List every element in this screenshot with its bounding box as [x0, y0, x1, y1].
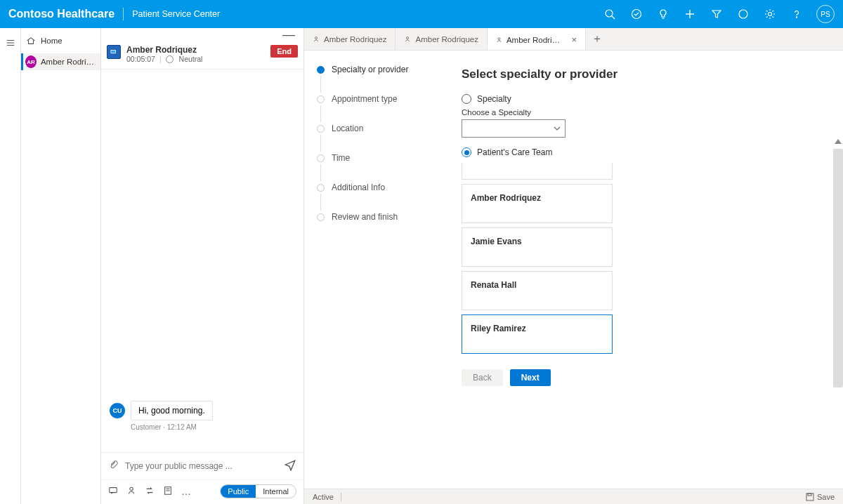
pill-public[interactable]: Public — [221, 485, 256, 498]
provider-card[interactable]: Amber Rodriquez — [462, 184, 613, 223]
session-home[interactable]: Home — [21, 32, 100, 49]
svg-point-8 — [796, 17, 797, 18]
notes-icon[interactable] — [163, 486, 173, 498]
lightbulb-icon[interactable] — [656, 7, 670, 21]
quick-reply-icon[interactable] — [108, 486, 118, 498]
brand-title: Contoso Healthcare — [8, 8, 115, 20]
step-time[interactable]: Time — [317, 153, 443, 163]
filter-icon[interactable] — [710, 7, 724, 21]
chat-input[interactable] — [125, 461, 284, 471]
tab-2[interactable]: Amber Rodriquez — [396, 28, 487, 50]
step-review[interactable]: Review and finish — [317, 212, 443, 222]
tab-close-icon[interactable]: × — [571, 34, 577, 45]
scrollbar[interactable] — [833, 149, 843, 387]
tab-1-label: Amber Rodriquez — [324, 35, 386, 44]
svg-point-20 — [407, 37, 409, 39]
visibility-toggle: Public Internal — [220, 484, 296, 498]
circle-icon[interactable] — [736, 7, 750, 21]
svg-point-7 — [769, 13, 772, 16]
svg-point-2 — [632, 10, 641, 19]
home-icon — [25, 36, 37, 46]
svg-rect-23 — [808, 493, 811, 496]
chat-minimize-icon[interactable]: — — [280, 31, 298, 38]
chat-panel: — Amber Rodriquez 00:05:07 | Neutral End… — [101, 28, 304, 504]
svg-point-19 — [315, 37, 317, 39]
tab-3-active[interactable]: Amber Rodriquez × — [488, 28, 586, 50]
chat-sentiment: Neutral — [179, 55, 203, 63]
sentiment-neutral-icon — [166, 55, 174, 63]
left-rail — [0, 28, 21, 504]
form-area: Select specialty or provider Specialty C… — [450, 51, 843, 504]
back-button[interactable]: Back — [462, 369, 503, 386]
task-check-icon[interactable] — [629, 7, 643, 21]
chat-customer-name: Amber Rodriquez — [126, 45, 270, 55]
end-chat-button[interactable]: End — [270, 45, 298, 58]
attachment-icon[interactable] — [108, 459, 121, 473]
form-title: Select specialty or provider — [462, 67, 822, 81]
provider-list: Amber Rodriquez Jamie Evans Renata Hall … — [462, 163, 613, 354]
session-active[interactable]: AR Amber Rodriquez — [21, 53, 100, 70]
session-home-label: Home — [41, 37, 63, 45]
search-icon[interactable] — [603, 7, 617, 21]
step-location[interactable]: Location — [317, 124, 443, 133]
app-topbar: Contoso Healthcare Patient Service Cente… — [0, 0, 843, 28]
svg-point-0 — [606, 10, 613, 17]
more-icon[interactable]: … — [181, 486, 191, 497]
chat-transcript[interactable]: CU Hi, good morning. Customer · 12:12 AM — [101, 69, 303, 452]
svg-point-15 — [130, 487, 133, 490]
consult-icon[interactable] — [126, 486, 136, 498]
main-area: Amber Rodriquez Amber Rodriquez Amber Ro… — [304, 28, 843, 504]
specialty-dropdown[interactable] — [462, 119, 566, 138]
person-icon — [496, 37, 502, 44]
topbar-actions: PS — [603, 5, 835, 23]
svg-point-6 — [739, 10, 747, 18]
wizard-stepper: Specialty or provider Appointment type L… — [304, 51, 450, 504]
step-additional-info[interactable]: Additional Info — [317, 183, 443, 192]
status-active: Active — [313, 493, 334, 501]
tab-1[interactable]: Amber Rodriquez — [304, 28, 396, 50]
brand-separator — [123, 8, 124, 20]
svg-rect-14 — [110, 487, 117, 492]
person-icon — [313, 36, 320, 43]
pill-internal[interactable]: Internal — [256, 485, 296, 498]
user-avatar[interactable]: PS — [816, 5, 835, 23]
tab-bar: Amber Rodriquez Amber Rodriquez Amber Ro… — [304, 28, 843, 51]
svg-rect-13 — [111, 51, 115, 53]
chat-timer: 00:05:07 — [126, 55, 155, 63]
status-bar: Active Save — [304, 489, 843, 504]
hamburger-icon[interactable] — [0, 32, 21, 53]
provider-card[interactable]: Renata Hall — [462, 271, 613, 310]
provider-card-selected[interactable]: Riley Ramirez — [462, 314, 613, 354]
svg-line-1 — [612, 16, 615, 19]
send-icon[interactable] — [284, 458, 296, 474]
choose-specialty-label: Choose a Specialty — [462, 108, 822, 117]
provider-card[interactable]: Jamie Evans — [462, 227, 613, 267]
step-appointment-type[interactable]: Appointment type — [317, 94, 443, 104]
plus-icon[interactable] — [683, 7, 697, 21]
chat-input-row — [101, 452, 303, 479]
chat-message: CU Hi, good morning. — [110, 401, 295, 420]
transfer-icon[interactable] — [145, 486, 155, 498]
chat-channel-icon — [107, 45, 121, 59]
chat-toolbar: … Public Internal — [101, 479, 303, 504]
person-icon — [404, 36, 411, 43]
provider-card-blank — [462, 163, 613, 180]
step-specialty[interactable]: Specialty or provider — [317, 65, 443, 74]
chat-message-meta: Customer · 12:12 AM — [131, 423, 295, 431]
scroll-up-icon[interactable] — [835, 139, 842, 144]
save-button[interactable]: Save — [806, 493, 835, 501]
session-avatar: AR — [25, 55, 37, 68]
help-icon[interactable] — [790, 7, 804, 21]
brand-subtitle: Patient Service Center — [132, 9, 220, 19]
next-button[interactable]: Next — [510, 369, 551, 386]
radio-specialty[interactable]: Specialty — [462, 94, 822, 104]
tab-add-button[interactable]: ＋ — [586, 28, 608, 50]
tab-2-label: Amber Rodriquez — [415, 35, 478, 44]
radio-care-team[interactable]: Patient's Care Team — [462, 147, 822, 157]
session-list: Home AR Amber Rodriquez — [21, 28, 101, 504]
customer-avatar: CU — [110, 403, 125, 418]
svg-point-21 — [498, 37, 500, 39]
gear-icon[interactable] — [763, 7, 777, 21]
chat-header: Amber Rodriquez 00:05:07 | Neutral End — [101, 41, 303, 69]
chat-bubble: Hi, good morning. — [131, 401, 213, 420]
